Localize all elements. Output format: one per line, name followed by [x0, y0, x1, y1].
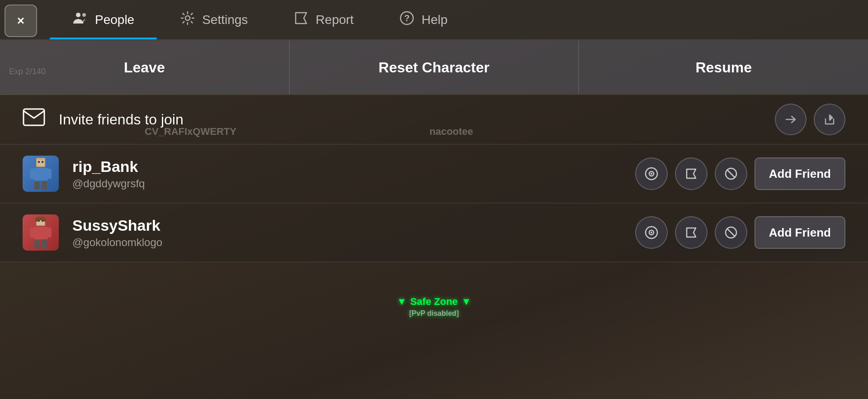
player-handle-sussy-shark: @gokolonomklogo	[72, 236, 622, 249]
svg-line-36	[727, 228, 735, 237]
menu-container: People Settings Report	[0, 0, 868, 399]
block-player-sussy-shark-button[interactable]	[715, 216, 747, 249]
svg-rect-24	[34, 240, 40, 248]
player-info-rip-bank: rip_Bank @dgddywgrsfq	[72, 158, 622, 190]
invite-right-icons	[775, 104, 845, 135]
player-actions-rip-bank: Add Friend	[635, 157, 845, 190]
svg-rect-8	[30, 169, 34, 179]
svg-point-0	[76, 13, 80, 17]
svg-rect-31	[43, 218, 46, 222]
svg-point-34	[651, 232, 652, 233]
close-icon: ×	[17, 14, 24, 28]
tab-settings-label: Settings	[202, 13, 248, 27]
add-friend-sussy-shark-button[interactable]: Add Friend	[755, 216, 845, 249]
svg-rect-9	[47, 169, 52, 179]
report-icon	[293, 10, 309, 30]
svg-point-17	[651, 173, 652, 175]
close-button[interactable]: ×	[5, 5, 37, 37]
svg-rect-22	[30, 228, 34, 238]
help-icon: ?	[399, 10, 415, 30]
svg-rect-7	[33, 168, 48, 180]
invite-text: Invite friends to join	[59, 111, 184, 128]
svg-rect-25	[42, 240, 47, 248]
people-icon	[72, 10, 89, 30]
player-name-rip-bank: rip_Bank	[72, 158, 622, 176]
svg-rect-21	[33, 227, 48, 239]
tab-people-label: People	[95, 13, 134, 27]
svg-text:?: ?	[404, 13, 410, 23]
svg-rect-23	[47, 228, 52, 238]
svg-rect-13	[38, 161, 40, 163]
tab-help-label: Help	[421, 13, 448, 27]
svg-point-2	[185, 16, 190, 20]
tab-help[interactable]: ? Help	[376, 0, 470, 39]
tab-report[interactable]: Report	[270, 0, 376, 39]
tab-bar: People Settings Report	[0, 0, 868, 41]
svg-line-19	[727, 170, 735, 178]
svg-rect-10	[34, 181, 40, 190]
player-handle-rip-bank: @dgddywgrsfq	[72, 177, 622, 190]
leave-label: Leave	[124, 59, 165, 76]
reset-character-label: Reset Character	[378, 59, 489, 76]
add-friend-rip-bank-label: Add Friend	[769, 167, 831, 181]
invite-arrow-icon-btn[interactable]	[775, 104, 807, 135]
report-player-rip-bank-button[interactable]	[675, 157, 708, 190]
add-friend-sussy-shark-label: Add Friend	[769, 226, 831, 240]
player-item-rip-bank: rip_Bank @dgddywgrsfq	[0, 145, 868, 204]
player-actions-sussy-shark: Add Friend	[635, 216, 845, 249]
svg-rect-11	[42, 181, 47, 190]
reset-character-button[interactable]: Reset Character	[290, 41, 580, 94]
player-name-sussy-shark: SussyShark	[72, 217, 622, 234]
player-info-sussy-shark: SussyShark @gokolonomklogo	[72, 217, 622, 249]
settings-icon	[179, 10, 196, 30]
invite-share-icon-btn[interactable]	[814, 104, 845, 135]
resume-button[interactable]: Resume	[579, 41, 868, 94]
view-player-rip-bank-button[interactable]	[635, 157, 668, 190]
invite-friends-section[interactable]: Invite friends to join	[0, 95, 868, 145]
view-player-sussy-shark-button[interactable]	[635, 216, 668, 249]
add-friend-rip-bank-button[interactable]: Add Friend	[755, 157, 845, 190]
action-buttons-row: Leave Reset Character Resume	[0, 41, 868, 95]
player-avatar-rip-bank	[23, 156, 59, 192]
svg-rect-5	[24, 109, 44, 125]
player-avatar-sussy-shark	[23, 214, 59, 251]
player-item-sussy-shark: SussyShark @gokolonomklogo	[0, 204, 868, 262]
svg-rect-14	[42, 161, 43, 163]
resume-label: Resume	[695, 59, 752, 76]
svg-rect-30	[35, 218, 38, 222]
leave-button[interactable]: Leave	[0, 41, 290, 94]
tab-settings[interactable]: Settings	[157, 0, 270, 39]
tab-report-label: Report	[316, 13, 354, 27]
tab-people[interactable]: People	[50, 0, 157, 39]
svg-point-1	[82, 13, 86, 17]
svg-rect-12	[37, 160, 44, 166]
block-player-rip-bank-button[interactable]	[715, 157, 747, 190]
envelope-icon	[23, 108, 45, 131]
report-player-sussy-shark-button[interactable]	[675, 216, 708, 249]
